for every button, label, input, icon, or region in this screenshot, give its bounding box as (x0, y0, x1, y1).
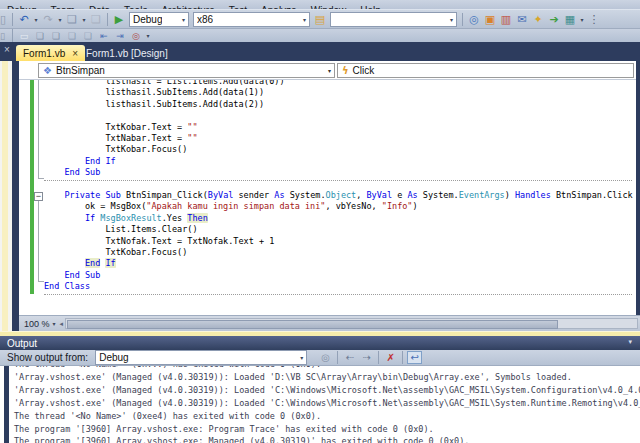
output-window-menu-caret[interactable]: ▾ (628, 338, 632, 346)
parameter-info-bubble-icon[interactable]: ❏ (48, 30, 64, 42)
toolbar-separator (378, 351, 379, 364)
clipped-icon-2[interactable]: ▯ (0, 30, 9, 42)
show-output-from-label: Show output from: (7, 352, 88, 363)
editor-zoom-caret[interactable]: ▾ (53, 320, 56, 327)
open-folder-icon[interactable]: ▤ (312, 12, 328, 26)
navigate-backward-icon[interactable]: ❏ (64, 12, 80, 26)
toolbar-more-caret[interactable]: ▾ (578, 16, 586, 23)
code-line: ok = MsgBox("Apakah kamu ingin simpan da… (44, 201, 418, 213)
previous-message-icon[interactable]: ⇠ (342, 351, 357, 364)
quick-info-bubble-icon[interactable]: ❏ (64, 30, 80, 42)
output-left-strip (4, 366, 9, 443)
horizontal-scrollbar-thumb[interactable] (67, 320, 558, 329)
member-list-bubble-icon[interactable]: ❏ (32, 30, 48, 42)
code-line: TxtKobar.Focus() (44, 144, 187, 156)
solution-platforms-combo-value: x86 (197, 14, 213, 25)
code-line: End Sub (44, 167, 100, 179)
navigate-backward-caret[interactable]: ▾ (80, 16, 88, 23)
tab-form1-vb[interactable]: Form1.vb × (16, 45, 85, 61)
code-line: TxtNofak.Text = TxtNofak.Text + 1 (44, 236, 274, 248)
left-panel-close-icon[interactable]: × (2, 44, 12, 56)
code-editor[interactable]: − listhasil = List.Items.Add(data(0)) li… (19, 80, 636, 315)
redo-dropdown-caret[interactable]: ▾ (56, 16, 64, 23)
redo-icon[interactable]: ↷ (40, 12, 56, 26)
tab-label: Form1.vb (23, 48, 65, 59)
text-editor-toolbar: ▯▭❏❏❏❏⇤⇥◎▾ (0, 28, 640, 42)
objects-dropdown-value: BtnSimpan (56, 65, 105, 76)
procedure-separator-line (44, 294, 632, 295)
clear-all-icon[interactable]: ✗ (383, 351, 398, 364)
word-completion-bubble-icon[interactable]: ❏ (80, 30, 96, 42)
image-preview-icon[interactable]: ▦ (562, 12, 578, 26)
event-lightning-icon: ϟ (342, 65, 349, 76)
start-debugging-icon[interactable]: ▶ (111, 12, 127, 26)
find-quick-icon[interactable]: ◎ (128, 30, 144, 42)
find-combo-caret[interactable]: ▾ (450, 16, 453, 23)
sparkle-tool-icon[interactable]: ✦ (530, 12, 546, 26)
toolbar-separator (402, 351, 403, 364)
mail-icon[interactable]: ✉ (514, 12, 530, 26)
left-panel-sliver[interactable] (0, 61, 12, 331)
toolbar-separator (12, 13, 13, 26)
output-line: The program '[3960] Array.vshost.exe: Pr… (14, 423, 434, 436)
indent-increase-icon[interactable]: ⇥ (112, 30, 128, 42)
intellisense-box-icon[interactable]: ▭ (16, 30, 32, 42)
events-dropdown[interactable]: ϟ Click (337, 63, 634, 78)
output-line: The program '[3960] Array.vshost.exe: Ma… (14, 435, 469, 443)
output-source-combo[interactable]: Debug ▾ (95, 350, 307, 365)
document-tab-bar: × Form1.vb × Form1.vb [Design] (0, 42, 640, 61)
solution-configurations-combo[interactable]: Debug▾ (129, 12, 189, 27)
objects-dropdown-caret[interactable]: ▾ (328, 67, 331, 74)
hscroll-left-arrow-icon[interactable]: ◂ (60, 320, 64, 328)
procedure-separator-line (44, 180, 632, 181)
output-line: 'Array.vshost.exe' (Managed (v4.0.30319)… (14, 384, 640, 397)
menu-bar: DebugTeamDataToolsArchitectureTestAnalyz… (0, 0, 640, 9)
code-line: If MsgBoxResult.Yes Then (44, 213, 208, 225)
output-line: The thread '<No Name>' (0xee4) has exite… (14, 410, 321, 423)
code-line: End Class (44, 281, 90, 293)
vs-ide-window: DebugTeamDataToolsArchitectureTestAnalyz… (0, 0, 640, 443)
tab-form1-vb-design[interactable]: Form1.vb [Design] (78, 45, 176, 61)
go-to-code-icon[interactable]: ➔ (546, 12, 562, 26)
objects-dropdown[interactable]: ❖ BtnSimpan ▾ (38, 63, 335, 78)
code-line: End If (44, 258, 116, 270)
add-folder-icon[interactable]: ▥ (498, 12, 514, 26)
next-message-icon[interactable]: ⇢ (359, 351, 374, 364)
toolbar-overflow-icon[interactable]: ⋮ (586, 12, 602, 26)
output-panel-title-bar[interactable]: Output (0, 336, 640, 350)
toolbar-separator (462, 13, 463, 26)
find-combo[interactable]: ▾ (330, 12, 457, 27)
solution-platforms-combo-caret[interactable]: ▾ (303, 16, 306, 23)
left-panel-sliver-strip (2, 61, 8, 331)
code-line: Private Sub BtnSimpan_Click(ByVal sender… (44, 190, 633, 202)
undo-dropdown-caret[interactable]: ▾ (32, 16, 40, 23)
output-line: 'Array.vshost.exe' (Managed (v4.0.30319)… (14, 397, 640, 410)
horizontal-scrollbar[interactable] (65, 318, 638, 329)
code-line: List.Items.Clear() (44, 224, 198, 236)
output-log[interactable]: The thread '<No Name>' (0x...) has exite… (0, 366, 640, 443)
code-line: TxtKobar.Text = "" (44, 122, 198, 134)
toolbar2-more-caret[interactable]: ▾ (144, 32, 152, 39)
code-line: End Sub (44, 270, 100, 282)
fold-collapse-box-icon[interactable]: − (34, 192, 43, 201)
output-source-caret[interactable]: ▾ (300, 354, 303, 361)
method-icon: ❖ (43, 65, 52, 76)
editor-navigation-bar: ❖ BtnSimpan ▾ ϟ Click (19, 61, 636, 80)
editor-zoom-level[interactable]: 100 % (24, 319, 50, 329)
solution-configurations-combo-caret[interactable]: ▾ (182, 16, 185, 23)
code-line: TxtNabar.Text = "" (44, 133, 198, 145)
new-item-icon[interactable]: ▣ (482, 12, 498, 26)
find-symbol-icon[interactable]: ◎ (466, 12, 482, 26)
find-message-icon[interactable]: ◎ (318, 351, 333, 364)
navigate-forward-icon[interactable]: ❏ (88, 12, 104, 26)
toolbar-separator (107, 13, 108, 26)
solution-platforms-combo[interactable]: x86▾ (193, 12, 310, 27)
toggle-word-wrap-icon[interactable]: ↩ (407, 351, 422, 364)
clipped-icon[interactable]: ▯ (0, 12, 9, 26)
undo-icon[interactable]: ↶ (16, 12, 32, 26)
indent-decrease-icon[interactable]: ⇤ (96, 30, 112, 42)
tab-label: Form1.vb [Design] (86, 48, 168, 59)
editor-bottom-bar: 100 % ▾ ◂ (19, 315, 640, 331)
events-dropdown-value: Click (353, 65, 375, 76)
output-source-value: Debug (99, 352, 128, 363)
